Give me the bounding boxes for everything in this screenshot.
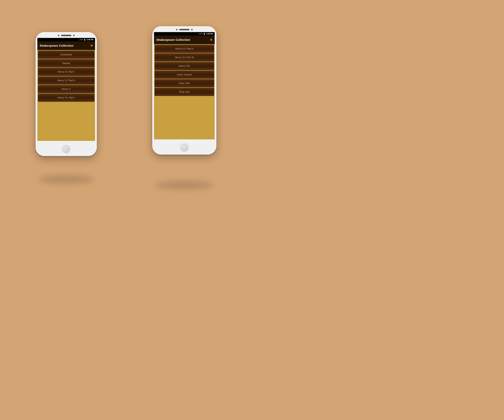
phone-front-top (152, 26, 216, 30)
list-item[interactable]: Julius Caesar (155, 71, 214, 79)
book-list-back: Cymbeline Hamlet Henry IV, Part I Henry … (37, 50, 95, 141)
list-item[interactable]: Henry IV, Part II (38, 76, 95, 84)
heart-icon-front[interactable]: ♥ (210, 38, 212, 42)
camera-dot-right (73, 35, 75, 36)
home-button-back[interactable] (62, 145, 70, 153)
signal-back: ↑↓ 67% (78, 39, 83, 41)
list-item[interactable]: Henry VIII (155, 62, 214, 70)
phone-front-shadow (155, 181, 214, 190)
phone-back-shadow (38, 175, 94, 184)
app-header-back: Shakespeare Collection ♥ (37, 42, 95, 50)
app-title-back: Shakespeare Collection (40, 44, 73, 47)
camera-dot-right-front (191, 29, 193, 30)
heart-icon-back[interactable]: ♥ (90, 43, 93, 48)
phone-back: ↑↓ 67% 🔋 3:46 PM Shakespeare Collection … (36, 32, 97, 156)
phone-front-screen: ↑↓ 67% 🔋 3:46 PM Shakespeare Collection … (154, 32, 215, 139)
list-item[interactable]: Henry V (38, 85, 95, 93)
status-bar-back: ↑↓ 67% 🔋 3:46 PM (37, 38, 95, 42)
list-item[interactable]: Henry VI, Part II (155, 45, 214, 53)
time-front: 3:46 PM (206, 33, 213, 35)
battery-front: 🔋 (203, 33, 205, 35)
list-item[interactable]: King John (155, 79, 214, 87)
list-item[interactable]: Cymbeline (38, 51, 95, 59)
camera-dot-left (58, 35, 59, 36)
app-header-front: Shakespeare Collection ♥ (154, 36, 215, 44)
status-bar-front: ↑↓ 67% 🔋 3:46 PM (154, 32, 215, 36)
list-item[interactable]: King Lear (155, 88, 214, 96)
phone-front-bottom (180, 141, 188, 155)
phone-front: ↑↓ 67% 🔋 3:46 PM Shakespeare Collection … (152, 26, 216, 155)
speaker-bar (61, 35, 71, 36)
list-item[interactable]: Henry IV, Part I (38, 68, 95, 76)
battery-back: 🔋 (84, 39, 86, 41)
phone-back-top (36, 32, 97, 36)
list-item[interactable]: Henry VI, Part I (38, 94, 95, 102)
scene: ↑↓ 67% 🔋 3:46 PM Shakespeare Collection … (24, 18, 228, 192)
list-item[interactable]: Hamlet (38, 59, 95, 67)
time-back: 3:46 PM (87, 39, 93, 41)
phone-back-bottom (62, 143, 70, 156)
camera-dot-left-front (176, 29, 177, 30)
list-item[interactable]: Henry VI, Part III (155, 53, 214, 61)
signal-front: ↑↓ 67% (197, 33, 203, 35)
app-title-front: Shakespeare Collection (156, 38, 190, 42)
home-button-front[interactable] (180, 144, 188, 151)
speaker-bar-front (179, 29, 189, 30)
phone-back-screen: ↑↓ 67% 🔋 3:46 PM Shakespeare Collection … (37, 38, 95, 141)
book-list-front: Henry VI, Part II Henry VI, Part III Hen… (154, 44, 215, 139)
